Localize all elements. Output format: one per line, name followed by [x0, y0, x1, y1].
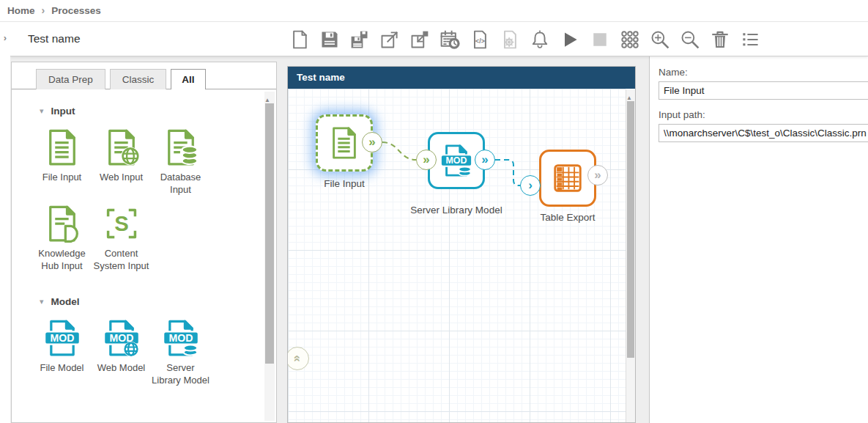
- import-icon: [409, 29, 430, 50]
- calendar-clock-icon: [439, 29, 460, 50]
- zoom-in-button[interactable]: [648, 28, 671, 51]
- stop-process-button[interactable]: [588, 28, 611, 51]
- zoom-out-icon: [680, 29, 700, 50]
- palette-item-label: Content System Input: [92, 247, 151, 272]
- collapse-arrow-icon: ▾: [40, 106, 44, 116]
- save-button[interactable]: [318, 28, 341, 51]
- process-title: Test name: [28, 32, 81, 45]
- palette-item-label: Web Input: [100, 171, 143, 183]
- svg-text:MOD: MOD: [50, 332, 74, 344]
- palette-item-database-input[interactable]: Database Input: [151, 128, 210, 196]
- save-icon: [319, 29, 340, 50]
- code-document-icon: </>: [470, 29, 490, 50]
- section-input-header[interactable]: ▾ Input: [40, 106, 264, 117]
- input-items-grid: File Input Web Input Database Input Know…: [12, 128, 264, 282]
- save-as-icon: [349, 29, 370, 50]
- trash-icon: [710, 29, 730, 50]
- palette-item-web-model[interactable]: MOD Web Model: [92, 319, 151, 386]
- palette-item-label: Server Library Model: [151, 361, 210, 386]
- alerts-button[interactable]: [528, 28, 551, 51]
- knowledge-hub-input-icon: [43, 205, 81, 243]
- palette-item-knowledge-hub-input[interactable]: Knowledge Hub Input: [32, 205, 92, 272]
- export-process-button[interactable]: [378, 28, 401, 51]
- toolbar-buttons: </>: [288, 22, 761, 56]
- collapse-arrow-icon: ▾: [40, 297, 44, 306]
- expand-panel-icon[interactable]: ›: [0, 32, 10, 43]
- scroll-up-icon[interactable]: ▲: [264, 97, 270, 103]
- export-icon: [379, 29, 400, 50]
- palette-item-file-model[interactable]: MOD File Model: [32, 319, 92, 386]
- input-path-input[interactable]: [659, 124, 868, 142]
- bell-icon: [530, 29, 550, 50]
- chevron-right-icon: ›: [42, 4, 45, 16]
- save-as-button[interactable]: [348, 28, 371, 51]
- import-process-button[interactable]: [408, 28, 431, 51]
- svg-text:</>: </>: [475, 37, 485, 45]
- web-input-icon: [103, 128, 141, 166]
- tab-data-prep[interactable]: Data Prep: [36, 69, 105, 89]
- palette-item-label: File Input: [42, 171, 81, 183]
- section-model-header[interactable]: ▾ Model: [40, 296, 264, 307]
- breadcrumb-processes[interactable]: Processes: [51, 5, 101, 16]
- zoom-out-button[interactable]: [678, 28, 701, 51]
- file-input-icon: [327, 126, 361, 160]
- palette-panel: Data Prep Classic All ▾ Input File Input…: [11, 62, 277, 423]
- palette-item-label: Knowledge Hub Input: [32, 247, 92, 272]
- process-designer-screen: Home › Processes › Test name: [0, 0, 868, 423]
- palette-scrollbar[interactable]: ▲: [264, 92, 275, 421]
- port-model-output[interactable]: »: [475, 150, 495, 170]
- schedule-button[interactable]: [438, 28, 461, 51]
- table-export-icon: [551, 161, 585, 195]
- xml-definition-button[interactable]: </>: [468, 28, 491, 51]
- port-model-input[interactable]: »: [416, 150, 437, 170]
- palette-item-web-input[interactable]: Web Input: [92, 128, 151, 196]
- breadcrumb-home[interactable]: Home: [7, 5, 35, 16]
- name-input[interactable]: [659, 81, 868, 100]
- gear-document-icon: [500, 29, 520, 50]
- scrollbar-thumb[interactable]: [265, 103, 274, 364]
- run-process-button[interactable]: [558, 28, 581, 51]
- tab-all[interactable]: All: [171, 69, 205, 89]
- canvas-body[interactable]: » File Input MOD » » Server Library Mode…: [288, 89, 626, 422]
- file-input-icon: [43, 128, 81, 166]
- canvas-scrollbar[interactable]: ▲: [626, 89, 635, 422]
- input-path-field-group: Input path:: [659, 109, 868, 142]
- port-export-output[interactable]: »: [587, 165, 608, 185]
- section-title: Input: [51, 106, 75, 117]
- tab-classic[interactable]: Classic: [110, 69, 167, 89]
- port-fileinput-output[interactable]: »: [362, 132, 382, 152]
- content-system-input-icon: S: [103, 205, 141, 243]
- palette-item-content-system-input[interactable]: S Content System Input: [92, 205, 151, 272]
- double-chevron-icon: »: [481, 152, 488, 167]
- palette-item-file-input[interactable]: File Input: [32, 128, 92, 196]
- new-document-icon: [289, 29, 310, 50]
- palette-item-server-library-model[interactable]: MOD Server Library Model: [151, 319, 210, 386]
- double-chevron-icon: »: [594, 168, 601, 183]
- arrange-grid-button[interactable]: [618, 28, 641, 51]
- process-settings-button[interactable]: [498, 28, 521, 51]
- wire-fileinput-model: [382, 142, 416, 160]
- single-chevron-icon: ›: [528, 178, 533, 193]
- palette-item-label: Web Model: [97, 361, 146, 374]
- toolbar: Test name </>: [10, 22, 868, 56]
- model-items-grid: MOD File Model MOD Web Model MOD Server …: [12, 319, 264, 395]
- stop-icon: [590, 29, 610, 50]
- left-collapse-strip: ›: [0, 22, 10, 423]
- palette-item-label: File Model: [40, 361, 84, 374]
- server-library-model-icon: MOD: [439, 144, 473, 177]
- svg-text:MOD: MOD: [445, 155, 467, 166]
- scrollbar-thumb[interactable]: [627, 101, 634, 358]
- input-path-field-label: Input path:: [659, 109, 868, 120]
- scroll-up-icon[interactable]: ▲: [626, 95, 632, 101]
- list-icon: [740, 29, 760, 50]
- delete-button[interactable]: [708, 28, 731, 51]
- new-process-button[interactable]: [288, 28, 311, 51]
- svg-text:S: S: [114, 213, 129, 236]
- double-up-chevron-icon: «: [290, 355, 305, 361]
- double-chevron-icon: »: [423, 152, 429, 167]
- port-export-input[interactable]: ›: [520, 175, 541, 196]
- play-icon: [560, 29, 580, 50]
- process-log-button[interactable]: [738, 28, 761, 51]
- node-label: File Input: [297, 178, 392, 191]
- node-label: Table Export: [520, 212, 615, 224]
